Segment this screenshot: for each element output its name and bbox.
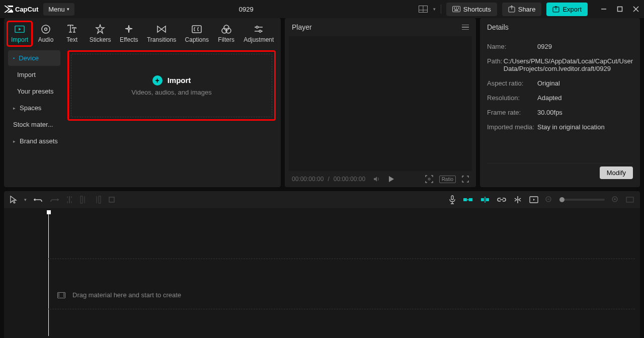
- tab-label: Filters: [218, 36, 234, 43]
- tab-stickers[interactable]: Stickers: [86, 21, 115, 46]
- timeline-guide: [47, 259, 635, 259]
- details-panel: Details Name:0929 Path:C:/Users/PMLS/App…: [480, 18, 640, 187]
- menu-button[interactable]: Menu ▾: [43, 3, 74, 16]
- layout-icon[interactable]: [418, 4, 428, 14]
- timecode-separator: /: [328, 176, 329, 183]
- tab-transitions[interactable]: Transitions: [143, 21, 180, 46]
- svg-rect-40: [481, 198, 484, 201]
- chevron-down-icon: ▾: [67, 7, 69, 12]
- tab-label: Effects: [120, 36, 138, 43]
- split-icon[interactable]: [66, 196, 73, 204]
- align-icon[interactable]: [513, 196, 522, 203]
- scan-icon[interactable]: [425, 175, 433, 183]
- share-button[interactable]: Share: [502, 3, 542, 16]
- share-icon: [508, 6, 515, 13]
- import-dropzone[interactable]: + Import Videos, audios, and images: [67, 50, 276, 121]
- export-button[interactable]: Export: [546, 3, 588, 16]
- volume-icon[interactable]: [373, 176, 380, 182]
- main-panels: Import Audio Text Stickers Effects Trans…: [0, 18, 644, 187]
- film-icon: [57, 292, 65, 298]
- import-icon: [15, 24, 25, 34]
- svg-point-16: [45, 28, 47, 31]
- adjustment-icon: [254, 24, 264, 34]
- player-menu-icon[interactable]: [462, 25, 469, 30]
- zoom-fit-icon[interactable]: [626, 197, 634, 203]
- titlebar-right: ▾ Shortcuts Share Export: [418, 3, 640, 16]
- tab-import[interactable]: Import: [7, 21, 32, 46]
- tab-audio[interactable]: Audio: [33, 21, 58, 46]
- detail-value: C:/Users/PMLS/AppData/Local/CapCut/User …: [504, 57, 633, 72]
- titlebar: CapCut Menu ▾ 0929 ▾ Shortcuts Share Exp…: [0, 0, 644, 18]
- detail-label: Aspect ratio:: [487, 79, 537, 87]
- export-label: Export: [562, 6, 582, 13]
- divider: [441, 5, 441, 14]
- shortcuts-button[interactable]: Shortcuts: [446, 3, 497, 16]
- detail-row-path: Path:C:/Users/PMLS/AppData/Local/CapCut/…: [487, 54, 633, 76]
- svg-rect-38: [469, 198, 472, 201]
- close-button[interactable]: [632, 5, 640, 13]
- timeline-drop-hint: Drag material here and start to create: [57, 291, 181, 299]
- trim-right-icon[interactable]: [94, 196, 101, 204]
- timeline-guide: [47, 309, 635, 309]
- ratio-button[interactable]: Ratio: [439, 176, 456, 183]
- undo-icon[interactable]: [34, 196, 43, 203]
- zoom-in-icon[interactable]: [612, 196, 619, 203]
- tab-label: Stickers: [90, 36, 111, 43]
- player-controls: 00:00:00:00 / 00:00:00:00 Ratio: [285, 171, 476, 187]
- play-button[interactable]: [388, 176, 394, 183]
- share-label: Share: [518, 6, 536, 13]
- sidebar-item-label: Brand assets: [20, 137, 58, 145]
- sidebar-item-brand[interactable]: Brand assets: [8, 133, 60, 149]
- tab-label: Adjustment: [244, 36, 274, 43]
- tab-effects[interactable]: Effects: [116, 21, 142, 46]
- player-viewport[interactable]: [289, 36, 472, 171]
- timecode-current: 00:00:00:00: [292, 176, 324, 183]
- svg-point-22: [256, 26, 258, 28]
- selection-tool-icon[interactable]: [10, 196, 17, 204]
- svg-rect-34: [99, 196, 101, 203]
- modify-button[interactable]: Modify: [600, 166, 633, 179]
- zoom-out-icon[interactable]: [545, 196, 552, 203]
- auto-snap-icon[interactable]: [480, 196, 490, 203]
- detail-label: Frame rate:: [487, 109, 537, 116]
- tab-captions[interactable]: Captions: [181, 21, 213, 46]
- trim-left-icon[interactable]: [80, 196, 87, 204]
- redo-icon[interactable]: [50, 196, 59, 203]
- filters-icon: [221, 24, 231, 34]
- tab-adjustment[interactable]: Adjustment: [240, 21, 278, 46]
- chevron-down-icon[interactable]: ▾: [433, 7, 436, 12]
- transitions-icon: [156, 24, 167, 34]
- import-subtitle: Videos, audios, and images: [131, 89, 211, 96]
- sidebar-item-presets[interactable]: Your presets: [8, 83, 60, 99]
- magnet-main-icon[interactable]: [463, 196, 473, 203]
- tool-dropdown-icon[interactable]: ▾: [24, 197, 27, 202]
- sidebar-item-device[interactable]: Device: [8, 50, 60, 66]
- svg-rect-37: [463, 198, 467, 201]
- sidebar-item-spaces[interactable]: Spaces: [8, 100, 60, 116]
- sidebar-item-stock[interactable]: Stock mater...: [8, 117, 60, 132]
- sidebar-item-import[interactable]: Import: [8, 67, 60, 82]
- tab-filters[interactable]: Filters: [214, 21, 239, 46]
- timeline-tracks[interactable]: Drag material here and start to create: [4, 208, 640, 338]
- detail-value: Adapted: [537, 94, 633, 102]
- plus-icon: +: [152, 75, 163, 86]
- crop-icon[interactable]: [108, 196, 115, 203]
- details-body: Name:0929 Path:C:/Users/PMLS/AppData/Loc…: [480, 36, 640, 187]
- zoom-slider[interactable]: [559, 199, 605, 201]
- svg-rect-36: [451, 196, 453, 200]
- fullscreen-icon[interactable]: [462, 176, 469, 183]
- svg-rect-50: [626, 197, 633, 202]
- detail-label: Name:: [487, 43, 537, 50]
- player-header: Player: [285, 18, 476, 36]
- minimize-button[interactable]: [600, 5, 608, 13]
- captions-icon: [192, 24, 202, 34]
- tab-text[interactable]: Text: [59, 21, 85, 46]
- preview-icon[interactable]: [529, 196, 538, 203]
- audio-icon: [41, 24, 51, 34]
- maximize-button[interactable]: [616, 5, 624, 13]
- svg-rect-11: [618, 7, 622, 12]
- media-panel: Import Audio Text Stickers Effects Trans…: [4, 18, 281, 187]
- mic-icon[interactable]: [449, 195, 456, 204]
- link-icon[interactable]: [497, 197, 506, 202]
- playhead[interactable]: [45, 210, 51, 215]
